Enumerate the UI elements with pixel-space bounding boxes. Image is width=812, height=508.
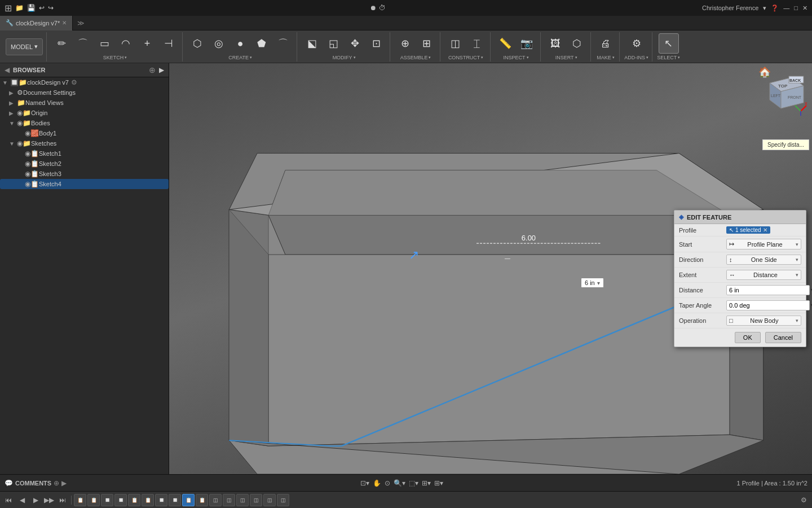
- modify-fillet-btn[interactable]: ◱: [323, 33, 343, 54]
- tree-item-sketch4[interactable]: ◉ 📋 Sketch4: [0, 179, 169, 189]
- tree-item-named-views[interactable]: ▶ 📁 Named Views: [0, 98, 169, 108]
- modify-arrow[interactable]: ▾: [354, 55, 356, 60]
- cancel-button[interactable]: Cancel: [765, 332, 801, 343]
- make-3dprint-btn[interactable]: 🖨: [595, 33, 616, 54]
- root-settings-icon[interactable]: ⚙: [71, 78, 77, 86]
- create-sweep-btn[interactable]: ⌒: [273, 33, 293, 54]
- taper-input[interactable]: [726, 300, 810, 310]
- dimension-label[interactable]: 6 in ▾: [581, 278, 604, 288]
- snap-btn[interactable]: ⊡▾: [360, 479, 369, 487]
- inspect-arrow[interactable]: ▾: [527, 55, 529, 60]
- active-tab[interactable]: 🔧 clockDesign v7* ✕: [0, 16, 73, 30]
- window-minimize[interactable]: —: [783, 5, 789, 11]
- app-grid-icon[interactable]: ⊞: [5, 3, 12, 14]
- viewport[interactable]: 6.00 — ↗ 6 in ▾ 🏠 TOP LEFT FRO: [169, 63, 812, 474]
- display-mode-btn[interactable]: ⬚▾: [409, 479, 418, 487]
- distance-input[interactable]: [726, 285, 810, 295]
- tl-settings-btn[interactable]: ⚙: [797, 494, 810, 506]
- tl-play-btn[interactable]: ▶: [29, 494, 42, 506]
- tl-item-5[interactable]: 📋: [128, 494, 140, 506]
- sketch-arrow[interactable]: ▾: [125, 55, 127, 60]
- extent-select[interactable]: ↔ Distance ▾: [726, 270, 801, 280]
- clock-icon[interactable]: ⏱: [379, 4, 386, 12]
- tl-prev-btn[interactable]: ⏮: [2, 494, 15, 506]
- ok-button[interactable]: OK: [735, 332, 761, 343]
- tl-item-10[interactable]: 📋: [196, 494, 208, 506]
- tl-end-btn[interactable]: ⏭: [56, 494, 69, 506]
- viewcube[interactable]: 🏠 TOP LEFT FRONT BACK X: [758, 66, 809, 117]
- record-icon[interactable]: ⏺: [370, 4, 377, 12]
- tl-item-16[interactable]: ◫: [277, 494, 289, 506]
- profile-clear-btn[interactable]: ✕: [763, 227, 767, 233]
- model-dropdown-btn[interactable]: MODEL ▾: [6, 38, 43, 55]
- user-dropdown-icon[interactable]: ▾: [763, 5, 766, 12]
- tl-item-11[interactable]: ◫: [209, 494, 222, 506]
- sidebar-settings-btn[interactable]: ▶: [159, 66, 164, 74]
- construct-arrow[interactable]: ▾: [481, 55, 483, 60]
- orbit-btn[interactable]: ⊙: [385, 479, 390, 487]
- sketch-arc-btn[interactable]: ◠: [116, 33, 136, 54]
- insert-decal-btn[interactable]: 🖼: [545, 33, 566, 54]
- tree-item-sketch1[interactable]: ◉ 📋 Sketch1: [0, 148, 169, 159]
- inspect-section-btn[interactable]: 📷: [517, 33, 537, 54]
- create-patch-btn[interactable]: ⬟: [251, 33, 272, 54]
- tl-item-12[interactable]: ◫: [223, 494, 235, 506]
- operation-select[interactable]: □ New Body ▾: [726, 316, 801, 326]
- create-sphere-btn[interactable]: ●: [230, 33, 250, 54]
- start-select[interactable]: ↦ Profile Plane ▾: [726, 239, 801, 249]
- tl-item-3[interactable]: 🔲: [101, 494, 113, 506]
- dimension-dropdown[interactable]: ▾: [597, 280, 600, 286]
- redo-btn[interactable]: ↪: [48, 4, 54, 12]
- modify-align-btn[interactable]: ⊡: [366, 33, 386, 54]
- tl-back-btn[interactable]: ◀: [16, 494, 28, 506]
- tl-item-9[interactable]: 📋: [182, 494, 195, 506]
- tl-item-13[interactable]: ◫: [236, 494, 249, 506]
- modify-press-btn[interactable]: ⬕: [302, 33, 322, 54]
- sketch-mirror-btn[interactable]: ⊣: [158, 33, 179, 54]
- pan-btn[interactable]: ✋: [373, 479, 381, 487]
- create-arrow[interactable]: ▾: [250, 55, 252, 60]
- sidebar-collapse-btn[interactable]: ◀: [5, 66, 10, 74]
- sketch-fillet-btn[interactable]: ⌒: [73, 33, 93, 54]
- undo-btn[interactable]: ↩: [39, 4, 45, 12]
- tl-item-1[interactable]: 📋: [74, 494, 86, 506]
- grid-btn[interactable]: ⊞▾: [422, 479, 431, 487]
- comments-expand-btn[interactable]: ⊕: [54, 479, 59, 487]
- tree-item-document-settings[interactable]: ▶ ⚙ Document Settings: [0, 87, 169, 98]
- construct-plane-btn[interactable]: ◫: [445, 33, 465, 54]
- tab-close-btn[interactable]: ✕: [62, 20, 67, 26]
- tl-item-7[interactable]: 🔲: [155, 494, 167, 506]
- select-arrow[interactable]: ▾: [678, 55, 680, 60]
- addins-arrow[interactable]: ▾: [646, 55, 648, 60]
- window-maximize[interactable]: □: [794, 5, 798, 11]
- make-arrow[interactable]: ▾: [612, 55, 615, 60]
- sketch-btn[interactable]: ✏: [51, 33, 72, 54]
- tree-item-body1[interactable]: ◉ 🧱 Body1: [0, 128, 169, 138]
- measure-btn[interactable]: ⊞▾: [434, 479, 443, 487]
- create-revolve-btn[interactable]: ◎: [209, 33, 229, 54]
- zoom-btn[interactable]: 🔍▾: [394, 479, 405, 487]
- select-btn[interactable]: ↖: [659, 33, 679, 54]
- inspect-measure-btn[interactable]: 📏: [495, 33, 515, 54]
- tree-item-bodies[interactable]: ▼ ◉ 📁 Bodies: [0, 118, 169, 128]
- sidebar-expand-btn[interactable]: ⊕: [149, 65, 156, 75]
- tl-item-6[interactable]: 📋: [142, 494, 154, 506]
- comments-collapse-btn[interactable]: ▶: [61, 479, 67, 487]
- assemble-new-btn[interactable]: ⊕: [395, 33, 415, 54]
- addins-scripts-btn[interactable]: ⚙: [626, 33, 647, 54]
- assemble-joint-btn[interactable]: ⊞: [416, 33, 436, 54]
- tl-item-2[interactable]: 📋: [87, 494, 100, 506]
- modify-move-btn[interactable]: ✥: [345, 33, 365, 54]
- window-close[interactable]: ✕: [802, 5, 807, 12]
- sketch-point-btn[interactable]: +: [137, 33, 157, 54]
- create-extrude-btn[interactable]: ⬡: [187, 33, 208, 54]
- assemble-arrow[interactable]: ▾: [429, 55, 431, 60]
- sketch-rect-btn[interactable]: ▭: [94, 33, 114, 54]
- tree-item-origin[interactable]: ▶ ◉ 📁 Origin: [0, 108, 169, 118]
- tree-root[interactable]: ▼ 🔲 📁 clockDesign v7 ⚙: [0, 77, 169, 87]
- tree-item-sketch2[interactable]: ◉ 📋 Sketch2: [0, 159, 169, 169]
- file-icon[interactable]: 📁: [15, 4, 24, 12]
- direction-select[interactable]: ↕ One Side ▾: [726, 255, 801, 265]
- help-btn[interactable]: ❓: [771, 5, 779, 12]
- tree-item-sketch3[interactable]: ◉ 📋 Sketch3: [0, 169, 169, 179]
